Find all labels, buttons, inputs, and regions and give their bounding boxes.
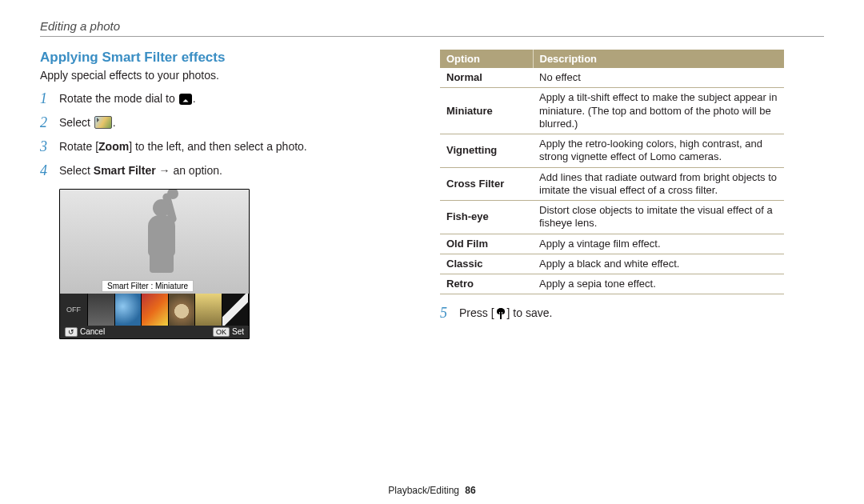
table-row: Normal No effect [440,68,784,88]
step-number: 1 [40,88,54,109]
silhouette-figure [135,199,183,273]
filter-thumbnail[interactable] [222,294,250,326]
screenshot-filmstrip: OFF [60,294,249,326]
smart-filter-label: Smart Filter [94,164,156,177]
manual-page: Editing a photo Applying Smart Filter ef… [0,0,864,504]
column-left: Applying Smart Filter effects Apply spec… [40,50,360,339]
filter-thumbnail[interactable] [169,294,196,326]
step-fragment: ] to the left, and then select a photo. [129,140,307,153]
ok-key-icon: OK [213,327,230,337]
step-text: Press [] to save. [459,302,552,321]
mode-dial-icon [179,94,192,105]
edit-tool-icon [94,116,112,129]
page-number: 86 [465,485,475,496]
lead-text: Apply special effects to your photos. [40,69,360,82]
opt-name: Cross Filter [440,167,533,201]
step-5: 5 Press [] to save. [440,302,784,323]
opt-name: Old Film [440,234,533,254]
opt-desc: Apply a black and white effect. [533,254,784,274]
step-4: 4 Select Smart Filter → an option. [40,160,360,181]
step-text: Select . [59,112,116,130]
step-fragment: . [113,116,116,129]
step-fragment: → an option. [156,164,222,177]
step-3: 3 Rotate [Zoom] to the left, and then se… [40,136,360,157]
opt-name: Miniature [440,88,533,134]
screenshot-caption: Smart Filter : Miniature [102,280,194,292]
table-row: Miniature Apply a tilt-shift effect to m… [440,88,784,134]
page-footer: Playback/Editing 86 [0,485,864,496]
step-text: Rotate [Zoom] to the left, and then sele… [59,136,307,154]
opt-name: Retro [440,274,533,294]
opt-name: Fish-eye [440,201,533,234]
step-number: 2 [40,112,54,133]
step-fragment: Select [59,116,94,129]
steps-list-continued: 5 Press [] to save. [440,302,784,323]
step-fragment: Rotate [ [59,140,98,153]
set-label: Set [232,327,244,336]
table-row: Fish-eye Distort close objects to imitat… [440,201,784,234]
step-fragment: Rotate the mode dial to [59,92,178,105]
step-text: Select Smart Filter → an option. [59,160,222,178]
step-fragment: Press [ [459,306,494,319]
divider [40,36,824,37]
opt-desc: Distort close objects to imitate the vis… [533,201,784,234]
opt-desc: Apply the retro-looking colors, high con… [533,134,784,168]
back-key-icon: ↺ [65,327,78,337]
opt-desc: Apply a vintage film effect. [533,234,784,254]
table-row: Classic Apply a black and white effect. [440,254,784,274]
opt-name: Vignetting [440,134,533,168]
columns: Applying Smart Filter effects Apply spec… [40,50,824,339]
opt-desc: Add lines that radiate outward from brig… [533,167,784,201]
options-table: Option Description Normal No effect Mini… [440,50,784,294]
step-text: Rotate the mode dial to . [59,88,196,106]
step-1: 1 Rotate the mode dial to . [40,88,360,109]
set-hint: OKSet [213,327,244,337]
table-row: Old Film Apply a vintage film effect. [440,234,784,254]
th-description: Description [533,50,784,68]
subheading: Applying Smart Filter effects [40,50,360,66]
steps-list: 1 Rotate the mode dial to . 2 Select . 3… [40,88,360,181]
step-fragment: . [193,92,196,105]
opt-desc: No effect [533,68,784,88]
filter-thumbnail[interactable] [195,294,222,326]
step-number: 4 [40,160,54,181]
opt-name: Classic [440,254,533,274]
filter-thumbnail[interactable] [142,294,169,326]
opt-name: Normal [440,68,533,88]
screenshot-canvas: Smart Filter : Miniature [60,190,249,294]
screenshot-panel: Smart Filter : Miniature OFF ↺Cancel [59,189,250,339]
cancel-label: Cancel [80,327,105,336]
step-number: 3 [40,136,54,157]
step-number: 5 [440,302,454,323]
footer-chapter: Playback/Editing [388,485,459,496]
step-fragment: Select [59,164,94,177]
opt-desc: Apply a sepia tone effect. [533,274,784,294]
opt-desc: Apply a tilt-shift effect to make the su… [533,88,784,134]
filter-off-button[interactable]: OFF [60,294,88,326]
filter-thumbnail[interactable] [115,294,142,326]
zoom-label: Zoom [98,140,129,153]
column-right: Option Description Normal No effect Mini… [440,50,784,331]
th-option: Option [440,50,533,68]
table-row: Cross Filter Add lines that radiate outw… [440,167,784,201]
table-row: Vignetting Apply the retro-looking color… [440,134,784,168]
filter-thumbnail[interactable] [88,294,115,326]
macro-icon [495,308,506,319]
step-2: 2 Select . [40,112,360,133]
section-header: Editing a photo [40,19,824,33]
cancel-hint: ↺Cancel [65,327,105,337]
step-fragment: ] to save. [507,306,553,319]
screenshot-footer: ↺Cancel OKSet [60,326,249,338]
table-row: Retro Apply a sepia tone effect. [440,274,784,294]
